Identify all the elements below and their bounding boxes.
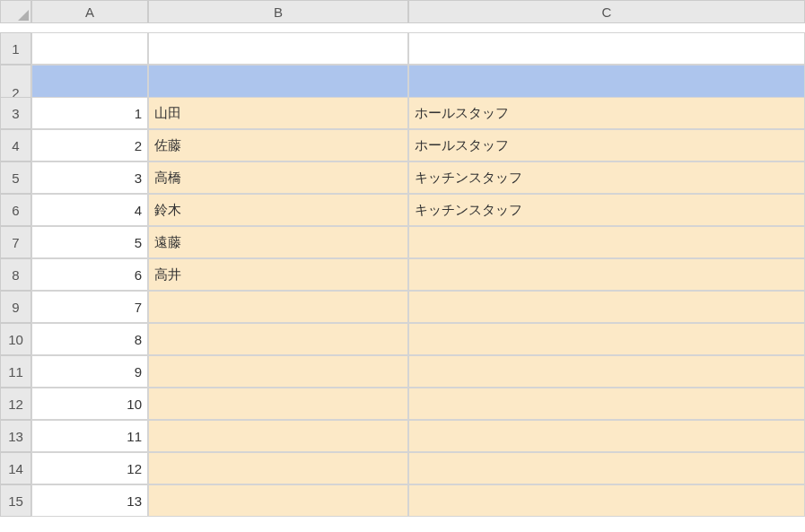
row-label-4[interactable]: 4	[0, 129, 31, 161]
select-all-corner[interactable]	[0, 0, 31, 23]
cell-c8[interactable]	[408, 258, 805, 291]
row-label-9[interactable]: 9	[0, 291, 31, 323]
row-label-5[interactable]: 5	[0, 161, 31, 194]
cell-c4[interactable]: ホールスタッフ	[408, 129, 805, 161]
svg-marker-0	[18, 10, 29, 21]
cell-a3[interactable]: 1	[31, 97, 148, 129]
cell-a5[interactable]: 3	[31, 161, 148, 194]
cell-b8[interactable]: 高井	[148, 258, 408, 291]
row-label-12[interactable]: 12	[0, 388, 31, 420]
cell-b9[interactable]	[148, 291, 408, 323]
row-label-1[interactable]: 1	[0, 32, 31, 65]
row-label-11[interactable]: 11	[0, 355, 31, 388]
cell-a13[interactable]: 11	[31, 420, 148, 452]
cell-b7[interactable]: 遠藤	[148, 226, 408, 258]
row-label-14[interactable]: 14	[0, 452, 31, 484]
cell-c5[interactable]: キッチンスタッフ	[408, 161, 805, 194]
cell-b13[interactable]	[148, 420, 408, 452]
column-header-a[interactable]: A	[31, 0, 148, 23]
cell-a9[interactable]: 7	[31, 291, 148, 323]
cell-a10[interactable]: 8	[31, 323, 148, 355]
row-label-13[interactable]: 13	[0, 420, 31, 452]
cell-a6[interactable]: 4	[31, 194, 148, 226]
column-header-b[interactable]: B	[148, 0, 408, 23]
cell-c14[interactable]	[408, 452, 805, 484]
cell-b10[interactable]	[148, 323, 408, 355]
row-label-6[interactable]: 6	[0, 194, 31, 226]
cell-c9[interactable]	[408, 291, 805, 323]
cell-b3[interactable]: 山田	[148, 97, 408, 129]
spreadsheet: A B C 1 2 NO 従業員名 職種名 3 1 山田 ホールスタッフ 4 2…	[0, 0, 805, 517]
cell-a12[interactable]: 10	[31, 388, 148, 420]
cell-b15[interactable]	[148, 484, 408, 517]
cell-c6[interactable]: キッチンスタッフ	[408, 194, 805, 226]
cell-b11[interactable]	[148, 355, 408, 388]
cell-c11[interactable]	[408, 355, 805, 388]
row-label-15[interactable]: 15	[0, 484, 31, 517]
row-label-3[interactable]: 3	[0, 97, 31, 129]
cell-a11[interactable]: 9	[31, 355, 148, 388]
cell-c15[interactable]	[408, 484, 805, 517]
cell-a8[interactable]: 6	[31, 258, 148, 291]
cell-c12[interactable]	[408, 388, 805, 420]
cell-b5[interactable]: 高橋	[148, 161, 408, 194]
cell-a1[interactable]	[31, 32, 148, 65]
cell-c10[interactable]	[408, 323, 805, 355]
cell-c13[interactable]	[408, 420, 805, 452]
cell-b14[interactable]	[148, 452, 408, 484]
row-label-7[interactable]: 7	[0, 226, 31, 258]
cell-b6[interactable]: 鈴木	[148, 194, 408, 226]
cell-b4[interactable]: 佐藤	[148, 129, 408, 161]
column-header-c[interactable]: C	[408, 0, 805, 23]
cell-b12[interactable]	[148, 388, 408, 420]
cell-b1[interactable]	[148, 32, 408, 65]
cell-a14[interactable]: 12	[31, 452, 148, 484]
cell-c1[interactable]	[408, 32, 805, 65]
cell-c7[interactable]	[408, 226, 805, 258]
cell-a7[interactable]: 5	[31, 226, 148, 258]
cell-c3[interactable]: ホールスタッフ	[408, 97, 805, 129]
cell-a4[interactable]: 2	[31, 129, 148, 161]
select-all-icon	[18, 10, 29, 21]
row-label-8[interactable]: 8	[0, 258, 31, 291]
cell-a15[interactable]: 13	[31, 484, 148, 517]
row-label-10[interactable]: 10	[0, 323, 31, 355]
